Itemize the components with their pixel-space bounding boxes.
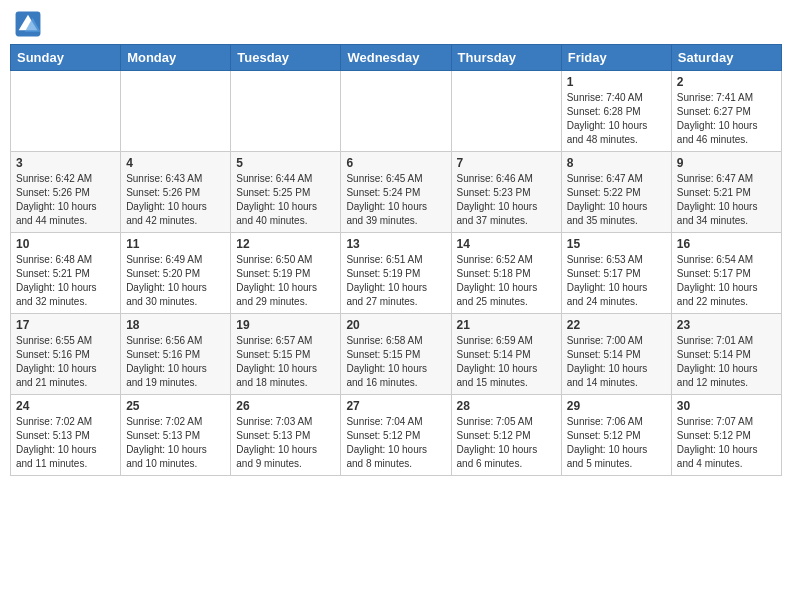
day-number: 12 [236, 237, 335, 251]
weekday-header-saturday: Saturday [671, 45, 781, 71]
day-info: Sunrise: 6:52 AM Sunset: 5:18 PM Dayligh… [457, 253, 556, 309]
calendar-cell: 21Sunrise: 6:59 AM Sunset: 5:14 PM Dayli… [451, 314, 561, 395]
day-info: Sunrise: 6:43 AM Sunset: 5:26 PM Dayligh… [126, 172, 225, 228]
day-number: 29 [567, 399, 666, 413]
day-number: 15 [567, 237, 666, 251]
day-number: 21 [457, 318, 556, 332]
day-number: 8 [567, 156, 666, 170]
calendar-cell: 1Sunrise: 7:40 AM Sunset: 6:28 PM Daylig… [561, 71, 671, 152]
weekday-header-thursday: Thursday [451, 45, 561, 71]
day-number: 5 [236, 156, 335, 170]
day-info: Sunrise: 7:01 AM Sunset: 5:14 PM Dayligh… [677, 334, 776, 390]
day-info: Sunrise: 6:50 AM Sunset: 5:19 PM Dayligh… [236, 253, 335, 309]
calendar-cell: 11Sunrise: 6:49 AM Sunset: 5:20 PM Dayli… [121, 233, 231, 314]
calendar-cell: 23Sunrise: 7:01 AM Sunset: 5:14 PM Dayli… [671, 314, 781, 395]
day-info: Sunrise: 6:44 AM Sunset: 5:25 PM Dayligh… [236, 172, 335, 228]
calendar-cell: 12Sunrise: 6:50 AM Sunset: 5:19 PM Dayli… [231, 233, 341, 314]
day-info: Sunrise: 7:41 AM Sunset: 6:27 PM Dayligh… [677, 91, 776, 147]
calendar-week-1: 1Sunrise: 7:40 AM Sunset: 6:28 PM Daylig… [11, 71, 782, 152]
calendar-cell [231, 71, 341, 152]
day-info: Sunrise: 7:05 AM Sunset: 5:12 PM Dayligh… [457, 415, 556, 471]
calendar-week-2: 3Sunrise: 6:42 AM Sunset: 5:26 PM Daylig… [11, 152, 782, 233]
day-number: 19 [236, 318, 335, 332]
calendar-cell: 6Sunrise: 6:45 AM Sunset: 5:24 PM Daylig… [341, 152, 451, 233]
day-number: 17 [16, 318, 115, 332]
day-number: 22 [567, 318, 666, 332]
day-info: Sunrise: 6:48 AM Sunset: 5:21 PM Dayligh… [16, 253, 115, 309]
calendar-cell: 27Sunrise: 7:04 AM Sunset: 5:12 PM Dayli… [341, 395, 451, 476]
calendar-cell: 30Sunrise: 7:07 AM Sunset: 5:12 PM Dayli… [671, 395, 781, 476]
calendar-cell: 14Sunrise: 6:52 AM Sunset: 5:18 PM Dayli… [451, 233, 561, 314]
day-info: Sunrise: 6:55 AM Sunset: 5:16 PM Dayligh… [16, 334, 115, 390]
day-number: 1 [567, 75, 666, 89]
day-number: 6 [346, 156, 445, 170]
calendar-cell: 2Sunrise: 7:41 AM Sunset: 6:27 PM Daylig… [671, 71, 781, 152]
day-info: Sunrise: 6:58 AM Sunset: 5:15 PM Dayligh… [346, 334, 445, 390]
weekday-header-wednesday: Wednesday [341, 45, 451, 71]
day-number: 4 [126, 156, 225, 170]
day-info: Sunrise: 6:49 AM Sunset: 5:20 PM Dayligh… [126, 253, 225, 309]
day-info: Sunrise: 6:51 AM Sunset: 5:19 PM Dayligh… [346, 253, 445, 309]
calendar-body: 1Sunrise: 7:40 AM Sunset: 6:28 PM Daylig… [11, 71, 782, 476]
calendar-week-3: 10Sunrise: 6:48 AM Sunset: 5:21 PM Dayli… [11, 233, 782, 314]
day-info: Sunrise: 7:00 AM Sunset: 5:14 PM Dayligh… [567, 334, 666, 390]
calendar-cell: 22Sunrise: 7:00 AM Sunset: 5:14 PM Dayli… [561, 314, 671, 395]
day-number: 25 [126, 399, 225, 413]
day-info: Sunrise: 7:07 AM Sunset: 5:12 PM Dayligh… [677, 415, 776, 471]
calendar-cell: 20Sunrise: 6:58 AM Sunset: 5:15 PM Dayli… [341, 314, 451, 395]
calendar-cell [121, 71, 231, 152]
day-info: Sunrise: 6:46 AM Sunset: 5:23 PM Dayligh… [457, 172, 556, 228]
calendar-cell [11, 71, 121, 152]
calendar-cell: 18Sunrise: 6:56 AM Sunset: 5:16 PM Dayli… [121, 314, 231, 395]
weekday-header-monday: Monday [121, 45, 231, 71]
day-number: 2 [677, 75, 776, 89]
day-number: 16 [677, 237, 776, 251]
day-number: 7 [457, 156, 556, 170]
weekday-header-friday: Friday [561, 45, 671, 71]
calendar-cell: 16Sunrise: 6:54 AM Sunset: 5:17 PM Dayli… [671, 233, 781, 314]
day-info: Sunrise: 6:47 AM Sunset: 5:22 PM Dayligh… [567, 172, 666, 228]
day-number: 26 [236, 399, 335, 413]
calendar-cell [451, 71, 561, 152]
day-number: 30 [677, 399, 776, 413]
day-number: 9 [677, 156, 776, 170]
day-info: Sunrise: 6:47 AM Sunset: 5:21 PM Dayligh… [677, 172, 776, 228]
calendar-cell: 7Sunrise: 6:46 AM Sunset: 5:23 PM Daylig… [451, 152, 561, 233]
day-number: 18 [126, 318, 225, 332]
calendar-cell: 3Sunrise: 6:42 AM Sunset: 5:26 PM Daylig… [11, 152, 121, 233]
calendar-cell: 26Sunrise: 7:03 AM Sunset: 5:13 PM Dayli… [231, 395, 341, 476]
day-number: 28 [457, 399, 556, 413]
day-info: Sunrise: 6:59 AM Sunset: 5:14 PM Dayligh… [457, 334, 556, 390]
day-info: Sunrise: 6:42 AM Sunset: 5:26 PM Dayligh… [16, 172, 115, 228]
day-number: 13 [346, 237, 445, 251]
day-number: 3 [16, 156, 115, 170]
day-info: Sunrise: 6:53 AM Sunset: 5:17 PM Dayligh… [567, 253, 666, 309]
day-info: Sunrise: 7:06 AM Sunset: 5:12 PM Dayligh… [567, 415, 666, 471]
calendar-cell [341, 71, 451, 152]
day-info: Sunrise: 7:02 AM Sunset: 5:13 PM Dayligh… [16, 415, 115, 471]
day-number: 24 [16, 399, 115, 413]
calendar-cell: 13Sunrise: 6:51 AM Sunset: 5:19 PM Dayli… [341, 233, 451, 314]
calendar: SundayMondayTuesdayWednesdayThursdayFrid… [10, 44, 782, 476]
header [10, 10, 782, 38]
day-number: 10 [16, 237, 115, 251]
day-info: Sunrise: 6:45 AM Sunset: 5:24 PM Dayligh… [346, 172, 445, 228]
day-info: Sunrise: 7:04 AM Sunset: 5:12 PM Dayligh… [346, 415, 445, 471]
day-number: 27 [346, 399, 445, 413]
calendar-cell: 10Sunrise: 6:48 AM Sunset: 5:21 PM Dayli… [11, 233, 121, 314]
day-info: Sunrise: 6:57 AM Sunset: 5:15 PM Dayligh… [236, 334, 335, 390]
calendar-cell: 15Sunrise: 6:53 AM Sunset: 5:17 PM Dayli… [561, 233, 671, 314]
calendar-cell: 8Sunrise: 6:47 AM Sunset: 5:22 PM Daylig… [561, 152, 671, 233]
logo-icon [14, 10, 42, 38]
calendar-cell: 17Sunrise: 6:55 AM Sunset: 5:16 PM Dayli… [11, 314, 121, 395]
day-number: 23 [677, 318, 776, 332]
day-info: Sunrise: 6:56 AM Sunset: 5:16 PM Dayligh… [126, 334, 225, 390]
calendar-cell: 5Sunrise: 6:44 AM Sunset: 5:25 PM Daylig… [231, 152, 341, 233]
calendar-cell: 19Sunrise: 6:57 AM Sunset: 5:15 PM Dayli… [231, 314, 341, 395]
day-number: 20 [346, 318, 445, 332]
day-info: Sunrise: 7:03 AM Sunset: 5:13 PM Dayligh… [236, 415, 335, 471]
day-info: Sunrise: 7:40 AM Sunset: 6:28 PM Dayligh… [567, 91, 666, 147]
weekday-header-sunday: Sunday [11, 45, 121, 71]
calendar-week-5: 24Sunrise: 7:02 AM Sunset: 5:13 PM Dayli… [11, 395, 782, 476]
day-info: Sunrise: 7:02 AM Sunset: 5:13 PM Dayligh… [126, 415, 225, 471]
